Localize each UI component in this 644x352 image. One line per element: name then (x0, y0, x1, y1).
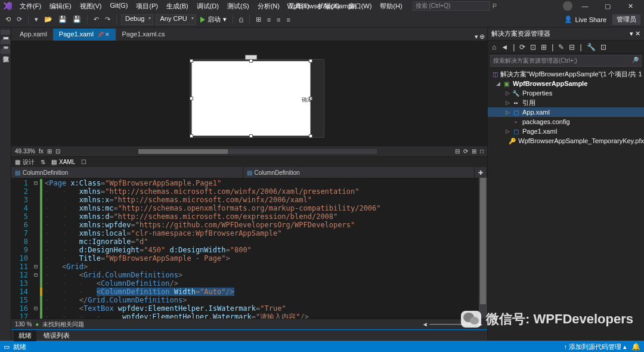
editor-zoom[interactable]: 130 % (15, 321, 32, 328)
design-page-preview[interactable] (191, 61, 311, 136)
zoom-tool-1[interactable]: fx (39, 148, 44, 155)
window-minimize-button[interactable]: — (575, 0, 595, 12)
tree-project[interactable]: ◢▣WpfBrowserAppSample (488, 79, 644, 88)
menu-item[interactable]: 文件(F) (16, 0, 45, 13)
editor-v-scrollbar[interactable] (479, 178, 487, 319)
sol-sync-button[interactable]: ⟳ (518, 43, 527, 51)
left-toolwindow-gutter: 服务器资源管理器工具箱数据源 (0, 27, 11, 341)
code-text[interactable]: <Page x:Class="WpfBrowserAppSample.Page1… (42, 178, 479, 319)
open-button[interactable]: 📂 (42, 14, 54, 24)
h-scrollbar[interactable]: ◄ ─────────── ► (422, 321, 484, 328)
toolbar-extra-4[interactable]: ≡ (275, 15, 282, 24)
document-tab[interactable]: Page1.xaml.cs (116, 29, 171, 41)
document-tabs: App.xamlPage1.xaml📌 ✕Page1.xaml.cs ▾ ⊕ (11, 27, 487, 41)
start-debug-button[interactable]: 启动 ▾ (199, 14, 228, 25)
save-button[interactable]: 💾 (57, 14, 69, 24)
tree-solution-root[interactable]: ◫解决方案"WpfBrowserAppSample"(1 个项目/共 1 个) (488, 69, 644, 79)
menu-item[interactable]: 视图(V) (76, 0, 106, 13)
designer-tool-r4[interactable]: □ (480, 148, 484, 155)
admin-indicator[interactable]: 管理员 (612, 14, 640, 25)
toolbar-extra-1[interactable]: ⎙ (237, 15, 245, 24)
menu-item[interactable]: 项目(P) (132, 0, 162, 13)
designer-zoom-bar: 49.33% fx ⊞ ⊡ ⊟ ⟳ ⊞ □ (11, 146, 487, 156)
solution-tree[interactable]: ◫解决方案"WpfBrowserAppSample"(1 个项目/共 1 个) … (488, 68, 644, 341)
zoom-level[interactable]: 49.33% (15, 148, 35, 155)
quick-search-input[interactable]: 搜索 (Ctrl+Q) (413, 1, 490, 11)
search-shortcut-icon: P (493, 2, 497, 10)
tree-properties[interactable]: ▷🔧Properties (488, 88, 644, 98)
xaml-tab[interactable]: ▤ XAML (51, 159, 75, 165)
breadcrumb-right[interactable]: ▤ColumnDefinition (243, 167, 475, 178)
sol-home-button[interactable]: ⌂ (490, 43, 498, 51)
breadcrumb-add[interactable]: ✚ (475, 167, 487, 178)
menu-item[interactable]: 编辑(E) (45, 0, 76, 13)
menu-item[interactable]: 调试(D) (193, 0, 223, 13)
bottom-panel-tab[interactable]: 就绪 (14, 330, 36, 341)
tree-app-xaml[interactable]: ▷▢App.xaml (488, 107, 644, 117)
collapsed-toolwindow-tab[interactable]: 服务器资源管理器 (1, 30, 10, 35)
menu-item[interactable]: 生成(B) (162, 0, 193, 13)
designer-tool-r1[interactable]: ⊟ (455, 148, 460, 155)
tree-packages-config[interactable]: ▫packages.config (488, 117, 644, 126)
switch-extra[interactable]: ☐ (81, 159, 86, 165)
status-ready: 就绪 (13, 342, 26, 351)
designer-tool-r2[interactable]: ⟳ (463, 148, 468, 155)
redo-button[interactable]: ↷ (103, 14, 112, 24)
editor-area: App.xamlPage1.xaml📌 ✕Page1.xaml.cs ▾ ⊕ (11, 27, 487, 341)
window-close-button[interactable]: ✕ (620, 0, 640, 12)
platform-dropdown[interactable]: Any CPU (156, 14, 196, 25)
tab-dropdown-button[interactable]: ▾ (475, 33, 478, 41)
app-title: WpfBrowserAppSample (287, 2, 357, 10)
live-share-button[interactable]: 👤Live Share (561, 16, 610, 23)
window-maximize-button[interactable]: ▢ (597, 0, 618, 12)
sol-tool-3[interactable]: ⊞ (539, 43, 549, 51)
tree-temp-key[interactable]: 🔑WpfBrowserAppSample_TemporaryKey.pfx (488, 136, 644, 146)
sol-tool-7[interactable]: ⊡ (599, 43, 608, 51)
save-all-button[interactable]: 💾 (71, 14, 83, 24)
menu-item[interactable]: 帮助(H) (376, 0, 406, 13)
tree-page1-xaml[interactable]: ▷▢Page1.xaml (488, 126, 644, 136)
xaml-breadcrumb: ▤ColumnDefinition ▤ColumnDefinition ✚ (11, 167, 487, 178)
designer-tool-r3[interactable]: ⊞ (472, 148, 476, 155)
menu-item[interactable]: Git(G) (106, 0, 132, 13)
bottom-panel-tab[interactable]: 错误列表 (39, 330, 75, 341)
toolbar-extra-2[interactable]: ⊞ (254, 14, 263, 24)
design-tab[interactable]: ▦ 设计 (15, 158, 35, 166)
collapsed-toolwindow-tab[interactable]: 数据源 (1, 49, 10, 54)
toolbar-extra-3[interactable]: ≡ (265, 15, 273, 24)
title-bar: 文件(F)编辑(E)视图(V)Git(G)项目(P)生成(B)调试(D)测试(S… (0, 0, 644, 12)
nav-back-button[interactable]: ⟲ (4, 14, 13, 24)
xaml-designer-surface[interactable] (11, 41, 487, 146)
ok-icon: ● (35, 321, 39, 328)
sol-tool-5[interactable]: ⊟ (567, 43, 577, 51)
menu-item[interactable]: 分析(N) (253, 0, 284, 13)
new-file-button[interactable]: ▾ (33, 14, 40, 24)
undo-button[interactable]: ↶ (92, 14, 101, 24)
sol-tool-4[interactable]: ✎ (556, 43, 566, 51)
config-dropdown[interactable]: Debug (121, 14, 153, 25)
panel-menu-button[interactable]: ▾ ✕ (630, 30, 640, 38)
designer-h-scrollbar[interactable] (138, 149, 377, 154)
zoom-tool-3[interactable]: ⊡ (55, 148, 60, 155)
tree-references[interactable]: ▷▪▪引用 (488, 98, 644, 107)
nav-fwd-button[interactable]: ⟳ (15, 14, 24, 24)
person-icon: 👤 (564, 16, 572, 23)
document-tab[interactable]: App.xaml (14, 29, 53, 41)
fold-gutter[interactable]: ⊟⊟⊟⊟ (32, 178, 40, 319)
user-avatar-icon[interactable] (563, 1, 572, 11)
sol-back-button[interactable]: ◄ (499, 43, 510, 51)
document-tab[interactable]: Page1.xaml📌 ✕ (53, 29, 116, 41)
tab-overflow-button[interactable]: ⊕ (479, 33, 485, 41)
toolbar-extra-5[interactable]: ≡ (285, 15, 292, 24)
collapsed-toolwindow-tab[interactable]: 工具箱 (1, 39, 10, 44)
sol-tool-2[interactable]: ⊡ (528, 43, 538, 51)
sol-tool-6[interactable]: 🔧 (585, 43, 597, 51)
notifications-icon[interactable]: 🔔 (631, 342, 640, 351)
zoom-tool-2[interactable]: ⊞ (47, 148, 52, 155)
split-toggle[interactable]: ⇅ (41, 159, 45, 165)
source-control-add[interactable]: ↑ 添加到源代码管理 ▴ (564, 342, 627, 351)
code-editor[interactable]: 123456789101112131415161718192021 ⊟⊟⊟⊟ <… (11, 178, 487, 319)
breadcrumb-left[interactable]: ▤ColumnDefinition (11, 167, 243, 178)
menu-item[interactable]: 测试(S) (223, 0, 253, 13)
solution-search-input[interactable]: 搜索解决方案资源管理器(Ctrl+;)🔎 (490, 55, 642, 67)
